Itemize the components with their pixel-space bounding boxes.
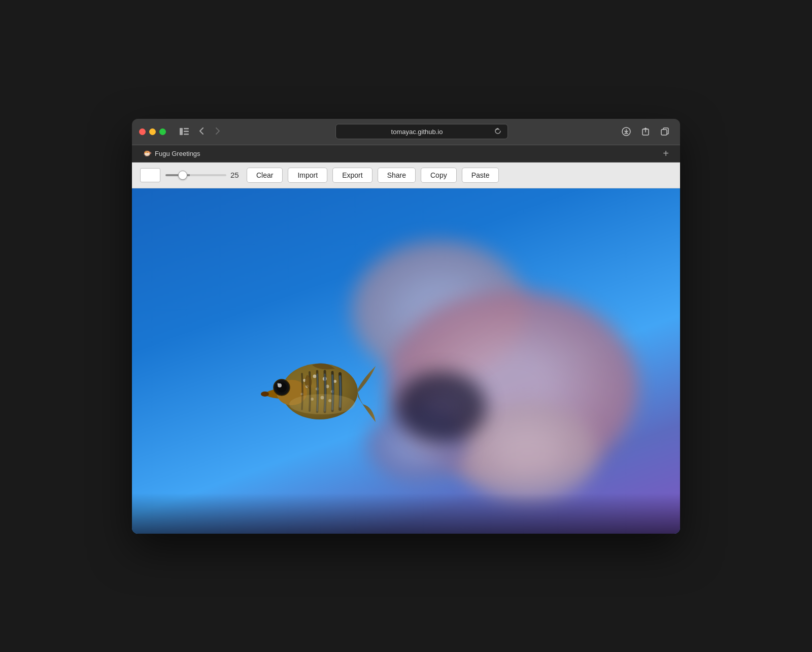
url-text: tomayac.github.io <box>341 128 493 136</box>
bottom-gradient <box>132 493 680 534</box>
reload-button[interactable] <box>493 127 502 136</box>
copy-button[interactable]: Copy <box>421 168 457 183</box>
paste-button[interactable]: Paste <box>462 168 499 183</box>
clear-button[interactable]: Clear <box>247 168 283 183</box>
export-button[interactable]: Export <box>332 168 372 183</box>
svg-rect-3 <box>184 134 189 135</box>
scene <box>132 188 680 534</box>
back-button[interactable] <box>194 125 209 137</box>
svg-rect-0 <box>180 128 183 135</box>
brush-size-slider[interactable] <box>165 174 226 176</box>
app-toolbar: 25 Clear Import Export Share Copy Paste <box>132 162 680 188</box>
address-bar-wrap: tomayac.github.io <box>230 124 613 139</box>
tab-favicon: 🐡 <box>143 149 152 157</box>
new-tab-button[interactable]: + <box>659 146 673 160</box>
address-bar[interactable]: tomayac.github.io <box>335 124 508 139</box>
tab-bar: 🐡 Fugu Greetings + <box>132 145 680 162</box>
sidebar-toggle-button[interactable] <box>176 125 192 138</box>
coral-dark-shadow <box>396 371 487 442</box>
maximize-button[interactable] <box>159 128 166 135</box>
fish-image <box>244 300 386 485</box>
import-button[interactable]: Import <box>288 168 327 183</box>
close-button[interactable] <box>139 128 146 135</box>
title-bar: tomayac.github.io <box>132 119 680 145</box>
canvas-area[interactable] <box>132 188 680 534</box>
brush-size-value: 25 <box>230 171 242 179</box>
browser-window: tomayac.github.io <box>132 119 680 534</box>
download-button[interactable] <box>618 124 634 139</box>
nav-buttons <box>174 125 225 138</box>
tab-title: Fugu Greetings <box>155 150 200 157</box>
svg-rect-6 <box>661 129 667 135</box>
forward-button[interactable] <box>211 125 225 137</box>
tabs-button[interactable] <box>657 124 673 139</box>
brush-size-control: 25 <box>165 171 242 179</box>
share-action-button[interactable] <box>637 124 654 139</box>
color-picker[interactable] <box>140 168 160 182</box>
minimize-button[interactable] <box>149 128 156 135</box>
browser-actions <box>618 124 673 139</box>
traffic-lights <box>139 128 166 135</box>
svg-rect-1 <box>184 128 189 129</box>
svg-rect-2 <box>184 131 189 133</box>
active-tab[interactable]: 🐡 Fugu Greetings <box>139 147 205 159</box>
share-button[interactable]: Share <box>378 168 416 183</box>
